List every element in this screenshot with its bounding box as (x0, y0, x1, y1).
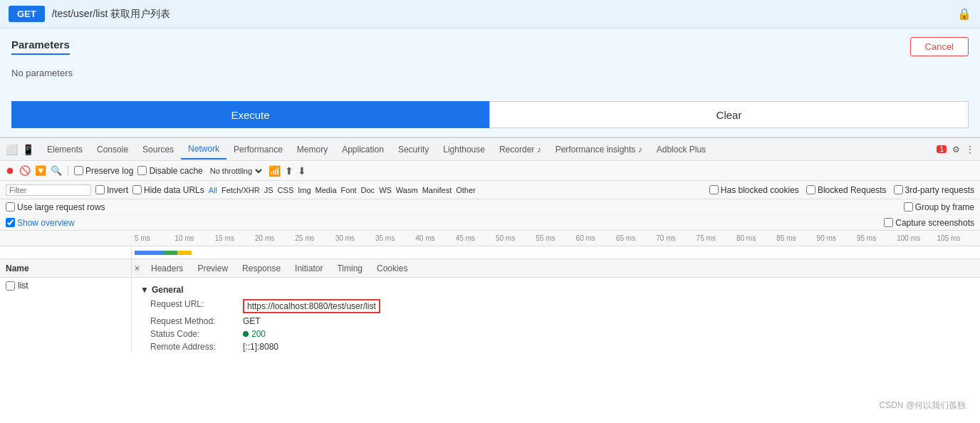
filter-font[interactable]: Font (341, 186, 357, 194)
filter-js[interactable]: JS (264, 186, 273, 194)
tab-recorder[interactable]: Recorder ♪ (492, 140, 548, 159)
elements-panel-icon[interactable]: ⬜ (6, 144, 18, 155)
capture-screenshots-label[interactable]: Capture screenshots (884, 218, 974, 228)
request-method-value: GET (243, 316, 261, 326)
invert-label[interactable]: Invert (95, 185, 128, 195)
filter-fetch-xhr[interactable]: Fetch/XHR (221, 186, 260, 194)
tick-60ms: 60 ms (576, 234, 616, 242)
tab-console[interactable]: Console (90, 140, 135, 159)
filter-img[interactable]: Img (298, 186, 311, 194)
show-overview-label[interactable]: Show overview (6, 218, 75, 228)
detail-tab-preview[interactable]: Preview (190, 261, 235, 276)
capture-screenshots-checkbox[interactable] (884, 218, 893, 227)
clear-button[interactable]: Clear (489, 101, 969, 128)
devtools-tabs-bar: ⬜ 📱 Elements Console Sources Network Per… (0, 138, 980, 161)
hide-data-urls-checkbox[interactable] (132, 185, 142, 194)
tab-lighthouse[interactable]: Lighthouse (436, 140, 492, 159)
group-by-frame-label[interactable]: Group by frame (904, 202, 974, 212)
list-item-checkbox[interactable] (6, 281, 15, 291)
tab-adblock[interactable]: Adblock Plus (650, 140, 713, 159)
api-url-bar: GET /test/user/list 获取用户列表 🔒 (0, 0, 980, 28)
tick-40ms: 40 ms (415, 234, 455, 242)
remote-address-row: Remote Address: [::1]:8080 (140, 340, 971, 352)
tick-65ms: 65 ms (616, 234, 656, 242)
blocked-requests-label[interactable]: Blocked Requests (806, 185, 887, 195)
record-icon[interactable]: ⏺ (6, 165, 15, 176)
filter-media[interactable]: Media (316, 186, 337, 194)
search-icon[interactable]: 🔍 (51, 165, 62, 176)
tick-75ms: 75 ms (697, 234, 736, 242)
download-icon[interactable]: ⬇ (298, 165, 306, 177)
detail-tab-response[interactable]: Response (235, 261, 288, 276)
api-panel: GET /test/user/list 获取用户列表 🔒 Parameters … (0, 0, 980, 137)
preserve-log-checkbox[interactable] (74, 166, 83, 175)
show-overview-checkbox[interactable] (6, 218, 15, 227)
filter-all[interactable]: All (209, 186, 217, 194)
remote-address-value: [::1]:8080 (243, 342, 278, 352)
filter-doc[interactable]: Doc (361, 186, 375, 194)
filter-other[interactable]: Other (456, 186, 476, 194)
request-url-label: Request URL: (150, 299, 243, 309)
third-party-checkbox[interactable] (894, 185, 903, 194)
section-arrow-icon: ▼ (140, 285, 149, 295)
tab-elements[interactable]: Elements (40, 140, 90, 159)
name-panel: Name list (0, 259, 132, 352)
tab-sources[interactable]: Sources (135, 140, 181, 159)
execute-button[interactable]: Execute (11, 101, 489, 128)
separator (68, 166, 68, 176)
detail-tab-cookies[interactable]: Cookies (370, 261, 415, 276)
upload-icon[interactable]: ⬆ (285, 165, 293, 177)
wf-green-segment (163, 251, 177, 255)
cancel-button[interactable]: Cancel (910, 37, 969, 56)
detail-content: ▼ General Request URL: https://localhost… (132, 278, 980, 352)
filter-wasm[interactable]: Wasm (396, 186, 418, 194)
tab-security[interactable]: Security (391, 140, 436, 159)
tab-application[interactable]: Application (335, 140, 391, 159)
blocked-requests-checkbox[interactable] (806, 185, 815, 194)
tick-50ms: 50 ms (496, 234, 536, 242)
tab-performance-insights[interactable]: Performance insights ♪ (548, 140, 650, 159)
filter-input[interactable] (6, 184, 91, 196)
filter-css[interactable]: CSS (278, 186, 294, 194)
third-party-label[interactable]: 3rd-party requests (894, 185, 974, 195)
devtools: ⬜ 📱 Elements Console Sources Network Per… (0, 137, 980, 352)
tick-15ms: 15 ms (215, 234, 255, 242)
no-params-text: No parameters (11, 62, 969, 84)
large-rows-label[interactable]: Use large request rows (6, 202, 105, 212)
device-toggle-icon[interactable]: 📱 (22, 144, 34, 155)
tick-10ms: 10 ms (174, 234, 214, 242)
detail-tab-timing[interactable]: Timing (330, 261, 370, 276)
wf-blue-segment (135, 251, 163, 255)
disable-cache-checkbox[interactable] (137, 166, 147, 175)
gear-icon[interactable]: ⚙ (952, 145, 960, 155)
filter-manifest[interactable]: Manifest (422, 186, 452, 194)
large-rows-checkbox[interactable] (6, 202, 15, 212)
waterfall-colorbar (135, 251, 192, 255)
clear-icon[interactable]: 🚫 (19, 165, 31, 176)
close-details-button[interactable]: × (135, 263, 140, 273)
invert-checkbox[interactable] (95, 185, 105, 194)
tab-network[interactable]: Network (181, 140, 226, 160)
filter-icon[interactable]: 🔽 (35, 165, 46, 176)
has-blocked-label[interactable]: Has blocked cookies (709, 185, 799, 195)
group-by-frame-checkbox[interactable] (904, 202, 913, 212)
preserve-log-label[interactable]: Preserve log (74, 166, 133, 176)
tick-35ms: 35 ms (375, 234, 415, 242)
hide-data-urls-label[interactable]: Hide data URLs (132, 185, 204, 195)
tab-performance[interactable]: Performance (226, 140, 290, 159)
disable-cache-label[interactable]: Disable cache (137, 166, 202, 176)
detail-tab-initiator[interactable]: Initiator (288, 261, 330, 276)
general-section-header[interactable]: ▼ General (140, 282, 971, 298)
throttle-select[interactable]: No throttling (207, 166, 264, 176)
detail-tab-headers[interactable]: Headers (144, 261, 190, 276)
more-options-icon[interactable]: ⋮ (966, 145, 974, 155)
timeline-row: 5 ms 10 ms 15 ms 20 ms 25 ms 30 ms 35 ms… (0, 231, 980, 246)
tab-memory[interactable]: Memory (290, 140, 335, 159)
has-blocked-checkbox[interactable] (709, 185, 719, 194)
list-item[interactable]: list (0, 278, 131, 293)
status-code-value: 200 (243, 329, 266, 339)
tick-105ms: 105 ms (937, 234, 977, 242)
filter-ws[interactable]: WS (379, 186, 392, 194)
wifi-icon[interactable]: 📶 (269, 165, 281, 177)
params-header: Parameters Cancel (11, 37, 969, 56)
